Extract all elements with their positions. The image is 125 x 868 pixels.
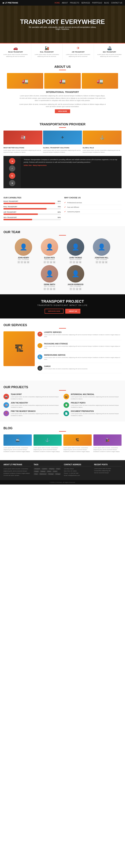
nav-portfolio[interactable]: PORTFOLIO — [92, 2, 102, 4]
in-icon-6[interactable]: in — [79, 288, 82, 290]
tag-7[interactable]: Airline — [46, 470, 52, 472]
nav-blog[interactable]: BLOG — [104, 2, 109, 4]
nav-about[interactable]: ABOUT — [62, 2, 68, 4]
bar-sea: SEA TRANSPORT 50% — [3, 217, 61, 220]
tw-icon-5[interactable]: t — [47, 288, 49, 290]
logistic-icon: 📦 — [37, 332, 42, 337]
project-title-5: FIND THE NEAREST BRANCH — [11, 410, 61, 412]
about-title: ABOUT US — [7, 65, 118, 69]
team-role-4: CEO / FOUNDER — [89, 259, 114, 260]
fb-icon-2[interactable]: f — [43, 261, 46, 264]
rail-desc: Lorem ipsum dolor sit amet consectetur a… — [33, 54, 61, 57]
tag-3[interactable]: Shipping — [49, 468, 55, 470]
tag-11[interactable]: Package — [48, 473, 54, 475]
footer-post-1[interactable]: Lorem ipsum dolor sit amet — [94, 468, 122, 469]
nav-services[interactable]: SERVICES — [81, 2, 90, 4]
footer-post-3[interactable]: Sed do eiusmod tempor — [94, 472, 122, 473]
project-desc-6: Lorem ipsum dolor sit amet consectetur a… — [71, 413, 122, 416]
tag-2[interactable]: Logistics — [41, 468, 48, 470]
tw-icon-2[interactable]: t — [47, 261, 49, 264]
road-desc: Lorem ipsum dolor sit amet consectetur a… — [1, 54, 30, 57]
tag-4[interactable]: Cargo — [56, 468, 61, 470]
gp-icon-3[interactable]: g — [76, 261, 78, 264]
nav-home[interactable]: HOME — [55, 2, 60, 4]
why-item-1: ✔ Professional services — [64, 200, 122, 205]
why-item-2: ✔ Fast and efficient — [64, 205, 122, 210]
fb-icon-4[interactable]: f — [96, 261, 98, 264]
rail-label: RAIL TRANSPORT — [33, 51, 61, 53]
tag-9[interactable]: Road — [34, 473, 38, 475]
service-air[interactable]: ✈ AIR TRANSPORT Lorem ipsum dolor sit am… — [63, 43, 94, 60]
blog-excerpt-3: Lorem ipsum dolor sit amet, consectetur … — [63, 447, 92, 453]
provider-item-3: GLOBAL RULE Lorem ipsum dolor sit amet c… — [83, 147, 122, 153]
tw-icon-6[interactable]: t — [73, 288, 75, 290]
fb-icon-1[interactable]: f — [18, 261, 20, 264]
service-entry-4: ⚓ CARGO Lorem ipsum dolor sit amet conse… — [37, 365, 122, 373]
hero-title: TRANSPORT EVERYWHERE — [20, 19, 105, 25]
fb-icon-5[interactable]: f — [43, 288, 46, 290]
footer-post-2[interactable]: Consectetur adipiscing elit — [94, 470, 122, 471]
bar-road-pct: 90% — [58, 200, 61, 202]
tag-10[interactable]: Warehouse — [39, 473, 47, 475]
tag-6[interactable]: Railway — [40, 470, 46, 472]
in-icon-1[interactable]: in — [27, 261, 29, 264]
tag-8[interactable]: Ocean — [53, 470, 58, 472]
footer-recent-posts: Recent Posts Lorem ipsum dolor sit amet … — [94, 464, 122, 477]
bar-sea-fill — [3, 219, 32, 220]
service-rail[interactable]: 🚂 RAIL TRANSPORT Lorem ipsum dolor sit a… — [31, 43, 62, 60]
footer-contact-title: Contact Address — [64, 464, 91, 466]
project-item-6: 📄 DOCUMENT PREPARATION Lorem ipsum dolor… — [64, 410, 122, 416]
tag-12[interactable]: Storage — [55, 473, 61, 475]
about-viewmore-button[interactable]: VIEW MORE — [55, 110, 70, 113]
air-icon: ✈ — [64, 46, 92, 51]
fb-icon-6[interactable]: f — [70, 288, 72, 290]
sea-icon: 🚢 — [95, 46, 124, 51]
in-icon-2[interactable]: in — [53, 261, 55, 264]
gp-icon-1[interactable]: g — [24, 261, 26, 264]
service-title-4: CARGO — [44, 365, 88, 367]
team-member-2: 👤 ELENA PATA CEO/FOUNDER f t g in — [37, 238, 62, 264]
tw-icon-1[interactable]: t — [21, 261, 23, 264]
blog-card-1[interactable]: 🚢 Lorem ipsum dolor sit amet, consectetu… — [3, 434, 32, 453]
gp-icon-5[interactable]: g — [50, 288, 52, 290]
nav-projects[interactable]: PROJECTS — [70, 2, 79, 4]
tag-1[interactable]: Transport — [34, 468, 41, 470]
in-icon-3[interactable]: in — [79, 261, 82, 264]
rail-icon: 🚂 — [33, 46, 61, 51]
blog-card-2[interactable]: ⚓ Lorem ipsum dolor sit amet, consectetu… — [33, 434, 62, 453]
team-name-3: JOHN THOMAS — [63, 257, 88, 259]
fb-icon-3[interactable]: f — [70, 261, 72, 264]
logo[interactable]: ▶ LT PRETRANS — [3, 2, 18, 4]
cta-about-button[interactable]: ABOUT US — [65, 309, 81, 314]
blog-img-3: 🏗 — [63, 434, 92, 446]
blog-card-3[interactable]: 🏗 Lorem ipsum dolor sit amet, consectetu… — [63, 434, 92, 453]
project-desc-2: Lorem ipsum dolor sit amet consectetur a… — [71, 396, 122, 400]
tag-5[interactable]: Freight — [34, 470, 39, 472]
capabilities-grid: OUR CAPABILITIES ROAD TRANSPORT 90% RAIL… — [3, 197, 122, 222]
cta-services-button[interactable]: SERVICES NOW — [44, 309, 64, 314]
service-entry-3: 🏪 WAREHOUSING SERVICE Lorem ipsum dolor … — [37, 354, 122, 363]
team-name-1: JOHN HENRY — [11, 257, 36, 259]
tw-icon-3[interactable]: t — [73, 261, 75, 264]
air-label: AIR TRANSPORT — [64, 51, 92, 53]
in-icon-5[interactable]: in — [53, 288, 55, 290]
team-photo-6: 👤 — [67, 265, 84, 282]
service-sea[interactable]: 🚢 SEA TRANSPORT Lorem ipsum dolor sit am… — [94, 43, 125, 60]
gp-icon-4[interactable]: g — [102, 261, 104, 264]
tw-icon-4[interactable]: t — [99, 261, 101, 264]
quote-author: Softer One - Many Impressions — [24, 164, 119, 166]
service-road[interactable]: 🚗 ROAD TRANSPORT Lorem ipsum dolor sit a… — [0, 43, 31, 60]
blog-img-2: ⚓ — [33, 434, 62, 446]
team-role-3: SALES FOUNDER — [63, 259, 88, 260]
footer-contact-line-3: Phone: +1 234 567 890 — [64, 472, 91, 474]
team-role-5: CEO / FOUNDER — [37, 285, 62, 287]
join-industry-icon: 🏭 — [3, 402, 9, 408]
in-icon-4[interactable]: in — [105, 261, 107, 264]
badge-best: ✓ — [9, 165, 15, 172]
why-label-1: Professional services — [67, 202, 82, 204]
gp-icon-6[interactable]: g — [76, 288, 78, 290]
nav-contact[interactable]: CONTACT US — [111, 2, 122, 4]
gp-icon-2[interactable]: g — [50, 261, 52, 264]
team-name-6: JASON NORWOOD — [63, 283, 88, 285]
blog-card-4[interactable]: 🚂 Lorem ipsum dolor sit amet, consectetu… — [93, 434, 122, 453]
